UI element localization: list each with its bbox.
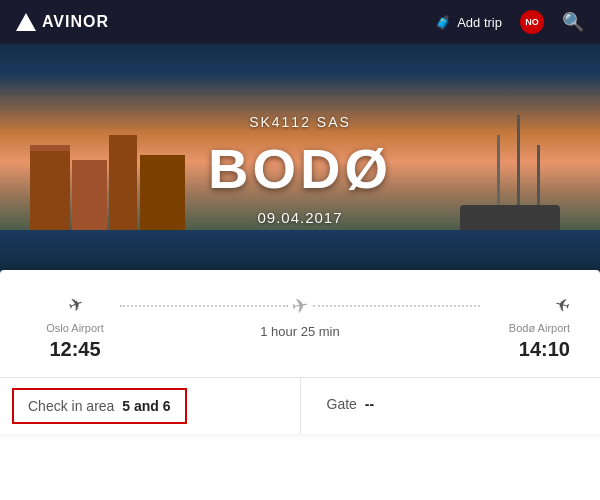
add-trip-button[interactable]: 🧳 Add trip <box>435 15 502 30</box>
info-card: ✈ Oslo Airport 12:45 ✈ 1 hour 25 min ✈ B… <box>0 270 600 434</box>
logo-triangle-icon <box>16 13 36 31</box>
flight-path-row: ✈ Oslo Airport 12:45 ✈ 1 hour 25 min ✈ B… <box>0 294 600 361</box>
gate-value: -- <box>361 396 374 412</box>
landing-icon: ✈ <box>552 292 572 317</box>
add-trip-label: Add trip <box>457 15 502 30</box>
check-in-box: Check in area 5 and 6 <box>12 388 187 424</box>
flight-path-line: ✈ <box>120 294 480 318</box>
gate-label: Gate <box>327 396 357 412</box>
logo-text: AVINOR <box>42 13 109 31</box>
search-icon[interactable]: 🔍 <box>562 11 584 33</box>
app-header: AVINOR 🧳 Add trip NO 🔍 <box>0 0 600 44</box>
check-in-label: Check in area <box>28 398 114 414</box>
takeoff-icon: ✈ <box>64 292 86 318</box>
flight-date: 09.04.2017 <box>257 209 342 226</box>
flight-duration: 1 hour 25 min <box>260 324 340 339</box>
destination-airport: ✈ Bodø Airport 14:10 <box>480 294 570 361</box>
language-selector[interactable]: NO <box>520 10 544 34</box>
dotted-line-right <box>313 305 481 307</box>
check-in-cell: Check in area 5 and 6 <box>0 378 301 434</box>
origin-airport: ✈ Oslo Airport 12:45 <box>30 294 120 361</box>
destination-name: BODØ <box>208 136 392 201</box>
origin-airport-name: Oslo Airport <box>46 322 103 334</box>
flight-duration-col: ✈ 1 hour 25 min <box>120 294 480 339</box>
origin-time: 12:45 <box>49 338 100 361</box>
language-code: NO <box>525 17 539 27</box>
luggage-icon: 🧳 <box>435 15 451 30</box>
hero-section: SK4112 SAS BODØ 09.04.2017 <box>0 0 600 295</box>
logo: AVINOR <box>16 13 109 31</box>
destination-airport-name: Bodø Airport <box>509 322 570 334</box>
check-in-areas: 5 and 6 <box>118 398 170 414</box>
plane-mid-icon: ✈ <box>290 293 311 320</box>
gate-cell: Gate -- <box>301 378 601 434</box>
header-actions: 🧳 Add trip NO 🔍 <box>435 10 584 34</box>
gate-box: Gate -- <box>313 388 589 420</box>
dotted-line-left <box>120 305 288 307</box>
destination-time: 14:10 <box>519 338 570 361</box>
flight-code: SK4112 SAS <box>249 114 351 130</box>
bottom-info-row: Check in area 5 and 6 Gate -- <box>0 377 600 434</box>
hero-overlay: SK4112 SAS BODØ 09.04.2017 <box>0 0 600 295</box>
